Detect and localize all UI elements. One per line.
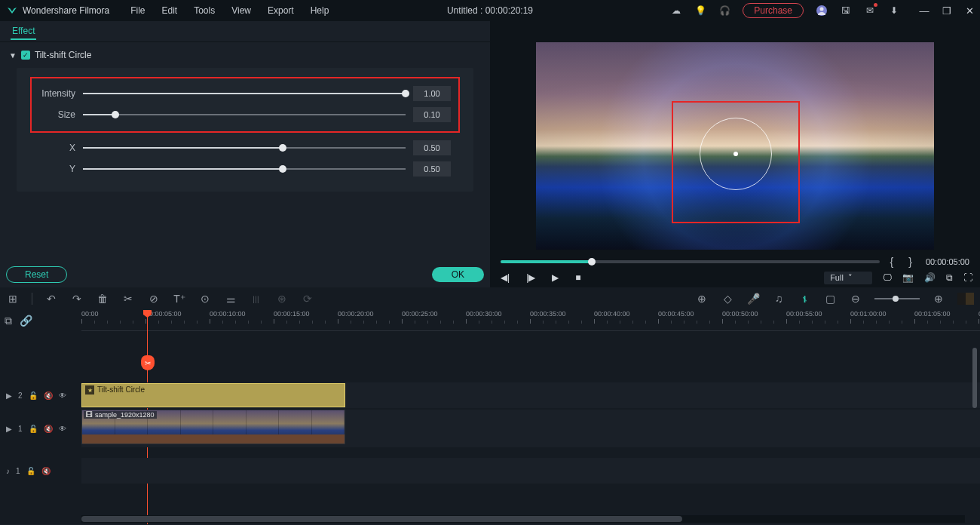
effect-section-header[interactable]: ▼ ✓ Tilt-shift Circle (0, 42, 490, 68)
record-icon[interactable]: ⊛ (275, 293, 289, 305)
mute-icon[interactable]: 🔇 (44, 391, 53, 400)
avatar-icon[interactable] (816, 5, 828, 17)
timeline-link-icon[interactable]: 🔗 (20, 315, 32, 327)
mail-icon[interactable]: ✉ (864, 5, 876, 17)
timeline-v-scrollbar[interactable] (972, 348, 978, 509)
playback-scrubber[interactable] (501, 260, 880, 263)
timeline-layers-icon[interactable]: ⧉ (5, 315, 12, 327)
marker-icon[interactable]: ◇ (721, 293, 734, 305)
monitor-icon[interactable]: 🖵 (883, 272, 892, 283)
lock-icon[interactable]: 🔓 (26, 467, 35, 475)
effect-track-row: ▶ 2 🔓 🔇 👁 ★ Tilt-shift Circle (0, 382, 980, 408)
track-type-icon[interactable]: ▶ (6, 391, 12, 400)
mark-out-button[interactable]: } (904, 256, 917, 268)
crop-icon[interactable]: ▢ (823, 293, 837, 305)
zoom-slider[interactable] (874, 298, 920, 299)
mute-icon[interactable]: 🔇 (41, 467, 51, 475)
y-slider[interactable] (83, 164, 406, 174)
tab-effect[interactable]: Effect (11, 23, 36, 40)
intensity-slider[interactable] (83, 88, 406, 99)
ruler-tick: 00:00:50:00 (722, 310, 758, 318)
audio-track-row: ♪ 1 🔓 🔇 (0, 458, 980, 484)
ruler-tick: 00:00 (81, 310, 99, 318)
video-track-head: ▶ 1 🔓 🔇 👁 (0, 410, 81, 447)
menu-file[interactable]: File (130, 5, 145, 16)
snapshot-icon[interactable]: 📷 (902, 272, 914, 283)
magnet-icon[interactable]: ⫮ (798, 293, 811, 305)
effect-enable-checkbox[interactable]: ✓ (21, 51, 30, 60)
effect-center-dot[interactable] (733, 152, 738, 156)
fullscreen-icon[interactable]: ⛶ (963, 272, 972, 283)
color-wheel-icon[interactable]: ⊕ (695, 293, 709, 305)
effect-name: Tilt-shift Circle (35, 50, 92, 60)
param-size: Size 0.10 (39, 104, 451, 125)
quality-select[interactable]: Full ˅ (824, 272, 872, 284)
app-name: Wondershare Filmora (23, 5, 109, 16)
visibility-icon[interactable]: 👁 (59, 391, 66, 400)
next-frame-button[interactable]: |▶ (526, 272, 535, 283)
cut-icon[interactable]: ✂ (121, 293, 135, 305)
zoom-in-icon[interactable]: ⊕ (932, 293, 945, 305)
video-clip[interactable]: 🎞sample_1920x1280 (81, 410, 345, 444)
ruler-tick: 00:00:15:00 (274, 310, 310, 318)
size-value[interactable]: 0.10 (413, 107, 451, 122)
delete-icon[interactable]: 🗑 (96, 293, 109, 305)
menu-export[interactable]: Export (268, 5, 294, 16)
ruler-tick: 00:00:35:00 (530, 310, 566, 318)
scope-icon[interactable] (957, 293, 974, 305)
tag-icon[interactable]: ⊘ (147, 293, 161, 305)
maximize-button[interactable]: ❐ (941, 5, 953, 17)
menu-edit[interactable]: Edit (162, 5, 178, 16)
size-slider[interactable] (83, 109, 406, 120)
reset-button[interactable]: Reset (6, 266, 67, 283)
lock-icon[interactable]: 🔓 (29, 425, 38, 433)
ruler-tick: 00:00:55:00 (786, 310, 822, 318)
mic-icon[interactable]: 🎤 (746, 293, 760, 305)
audio-adjust-icon[interactable]: ⫼ (250, 293, 263, 305)
x-slider[interactable] (83, 143, 406, 153)
ok-button[interactable]: OK (432, 267, 484, 282)
speed-icon[interactable]: ⊙ (198, 293, 212, 305)
mark-in-button[interactable]: { (886, 256, 899, 268)
zoom-out-icon[interactable]: ⊖ (849, 293, 862, 305)
visibility-icon[interactable]: 👁 (59, 425, 66, 433)
purchase-button[interactable]: Purchase (743, 3, 804, 18)
y-value[interactable]: 0.50 (413, 161, 451, 177)
refresh-icon[interactable]: ⟳ (301, 293, 314, 305)
effect-clip[interactable]: ★ Tilt-shift Circle (81, 383, 345, 407)
x-value[interactable]: 0.50 (413, 140, 451, 155)
undo-icon[interactable]: ↶ (44, 293, 58, 305)
menu-help[interactable]: Help (311, 5, 329, 16)
stop-button[interactable]: ■ (575, 272, 580, 283)
track-type-icon[interactable]: ♪ (6, 467, 10, 475)
scissors-icon[interactable]: ✂ (141, 355, 155, 370)
mute-icon[interactable]: 🔇 (44, 425, 53, 433)
timeline-h-scrollbar[interactable] (81, 515, 965, 523)
volume-icon[interactable]: 🔊 (924, 272, 936, 283)
track-type-icon[interactable]: ▶ (6, 425, 12, 433)
menu-view[interactable]: View (231, 5, 251, 16)
play-button[interactable]: ▶ (552, 272, 559, 283)
ruler-tick: 00:00:30:00 (466, 310, 502, 318)
cloud-icon[interactable]: ☁ (670, 5, 682, 17)
ruler-tick: 00:01:05:00 (914, 310, 951, 318)
bulb-icon[interactable]: 💡 (694, 5, 706, 17)
redo-icon[interactable]: ↷ (70, 293, 84, 305)
text-icon[interactable]: T⁺ (173, 293, 186, 305)
preview-panel: { } 00:00:05:00 ◀| |▶ ▶ ■ Full ˅ 🖵 📷 🔊 ⧉… (490, 21, 980, 287)
adjust-icon[interactable]: ⚌ (224, 293, 237, 305)
save-icon[interactable]: 🖫 (840, 5, 852, 17)
grid-icon[interactable]: ⊞ (6, 293, 20, 305)
download-icon[interactable]: ⬇ (888, 5, 900, 17)
close-button[interactable]: ✕ (963, 5, 975, 17)
headphones-icon[interactable]: 🎧 (718, 5, 730, 17)
lock-icon[interactable]: 🔓 (29, 391, 38, 400)
prev-frame-button[interactable]: ◀| (501, 272, 510, 283)
minimize-button[interactable]: — (918, 5, 930, 17)
timeline-ruler[interactable]: 00:0000:00:05:0000:00:10:0000:00:15:0000… (81, 310, 980, 331)
music-icon[interactable]: ♫ (772, 293, 786, 305)
menu-tools[interactable]: Tools (194, 5, 215, 16)
video-preview[interactable] (536, 42, 934, 250)
pip-icon[interactable]: ⧉ (946, 272, 953, 283)
intensity-value[interactable]: 1.00 (413, 86, 451, 101)
